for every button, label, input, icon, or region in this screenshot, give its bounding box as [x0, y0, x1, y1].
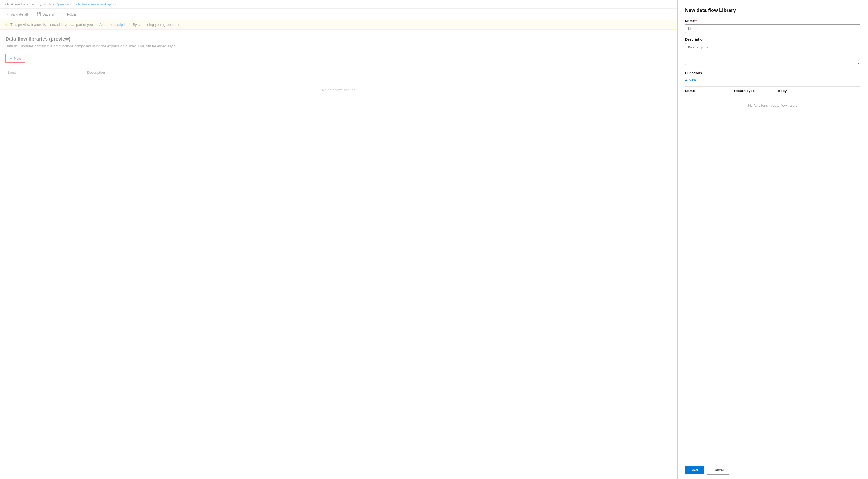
functions-empty-state: No functions in data flow library	[685, 95, 860, 116]
publish-label: Publish	[67, 12, 79, 16]
toolbar: ✓ Validate all 💾 Save all ↑ Publish	[0, 9, 677, 20]
save-icon: 💾	[36, 12, 41, 16]
subscription-link[interactable]: Azure subscription	[99, 23, 129, 27]
new-button-label: New	[14, 56, 21, 60]
table-header: Name Description	[5, 68, 672, 77]
validate-icon: ✓	[6, 12, 9, 16]
functions-table-header: Name Return Type Body	[685, 86, 860, 95]
save-all-button[interactable]: 💾 Save all	[35, 11, 57, 18]
plus-icon: +	[10, 56, 12, 61]
page-description: Data flow libraries contain custom funct…	[5, 44, 196, 48]
top-banner-link[interactable]: Open settings to learn more and opt in	[55, 2, 116, 6]
functions-section: Functions + New Name Return Type Body No…	[685, 71, 860, 116]
col-desc-header: Description	[87, 70, 672, 75]
main-content: Data flow libraries (preview) Data flow …	[0, 30, 677, 479]
fn-col-name-header: Name	[685, 89, 734, 93]
top-banner-text: s to Azure Data Factory Studio?	[4, 2, 55, 6]
dialog-title: New data flow Library	[685, 8, 860, 13]
name-required-indicator: *	[695, 19, 696, 23]
description-field-label: Description	[685, 37, 860, 41]
save-all-label: Save all	[42, 12, 55, 16]
dialog-panel: New data flow Library Name* Description …	[677, 0, 868, 479]
functions-plus-icon: +	[685, 78, 688, 82]
col-name-header: Name	[5, 70, 87, 75]
top-banner: s to Azure Data Factory Studio? Open set…	[0, 0, 677, 9]
name-field-label: Name*	[685, 19, 860, 23]
save-button[interactable]: Save	[685, 466, 704, 474]
description-textarea[interactable]	[685, 43, 860, 65]
publish-icon: ↑	[64, 12, 66, 16]
new-library-button[interactable]: + New	[5, 54, 25, 63]
dialog-content: New data flow Library Name* Description …	[678, 0, 868, 461]
page-title: Data flow libraries (preview)	[5, 36, 672, 42]
dialog-footer: Save Cancel	[678, 461, 868, 479]
cancel-button[interactable]: Cancel	[707, 466, 729, 475]
functions-label: Functions	[685, 71, 860, 75]
left-panel: s to Azure Data Factory Studio? Open set…	[0, 0, 677, 479]
publish-button[interactable]: ↑ Publish	[62, 11, 81, 18]
fn-col-body-header: Body	[778, 89, 860, 93]
functions-new-label: New	[689, 78, 696, 82]
name-input[interactable]	[685, 25, 860, 33]
warning-text-after: . By continuing you agree to the	[131, 23, 181, 27]
warning-text: This preview feature is licensed to you …	[10, 23, 94, 27]
warning-icon: ⚠	[4, 22, 8, 27]
validate-all-button[interactable]: ✓ Validate all	[4, 11, 29, 18]
empty-state: No data flow libraries	[5, 88, 672, 92]
warning-banner: ⚠ This preview feature is licensed to yo…	[0, 20, 677, 30]
functions-new-button[interactable]: + New	[685, 78, 696, 82]
validate-all-label: Validate all	[11, 12, 28, 16]
fn-col-return-header: Return Type	[734, 89, 778, 93]
